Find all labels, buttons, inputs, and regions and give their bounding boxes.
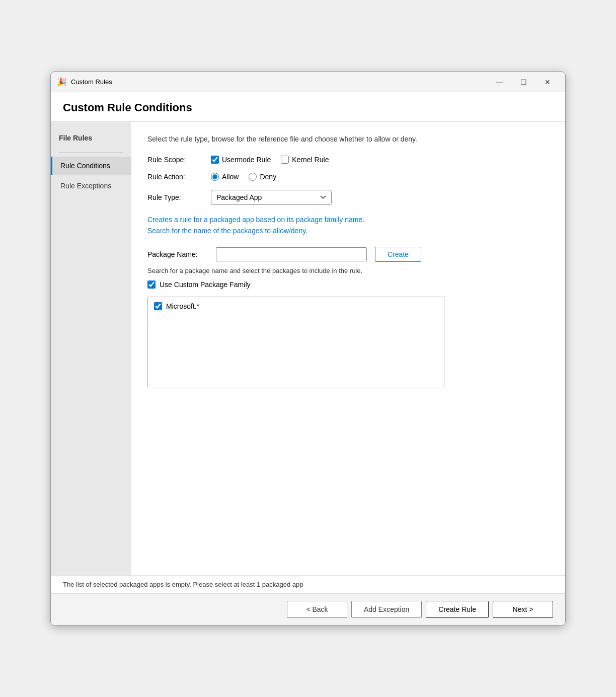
sidebar-divider <box>59 152 123 153</box>
info-text: Creates a rule for a packaged app based … <box>147 214 549 237</box>
rule-action-label: Rule Action: <box>147 173 203 181</box>
deny-label: Deny <box>260 173 276 181</box>
close-button[interactable]: ✕ <box>536 74 559 90</box>
microsoft-item-checkbox[interactable] <box>154 302 162 310</box>
list-item: Microsoft.* <box>152 301 440 311</box>
status-bar: The list of selected packaged apps is em… <box>51 575 565 593</box>
back-button[interactable]: < Back <box>287 601 347 618</box>
app-icon: 🎉 <box>57 77 67 87</box>
create-rule-button[interactable]: Create Rule <box>426 601 489 618</box>
rule-type-row: Rule Type: Publisher Path File Hash Pack… <box>147 190 549 205</box>
rule-scope-options: Usermode Rule Kernel Rule <box>211 156 329 164</box>
window-controls: — ☐ ✕ <box>488 74 559 90</box>
use-custom-checkbox[interactable] <box>147 281 156 289</box>
content-area: Select the rule type, browse for the ref… <box>131 122 565 575</box>
deny-radio[interactable] <box>249 173 257 181</box>
deny-option[interactable]: Deny <box>249 173 276 181</box>
title-bar: 🎉 Custom Rules — ☐ ✕ <box>51 72 565 92</box>
usermode-rule-label: Usermode Rule <box>222 156 271 164</box>
main-window: 🎉 Custom Rules — ☐ ✕ Custom Rule Conditi… <box>50 72 566 625</box>
package-name-label: Package Name: <box>147 250 208 258</box>
page-title: Custom Rule Conditions <box>63 101 553 114</box>
maximize-button[interactable]: ☐ <box>512 74 535 90</box>
package-name-row: Package Name: Create <box>147 247 549 262</box>
sidebar: File Rules Rule Conditions Rule Exceptio… <box>51 122 131 575</box>
minimize-button[interactable]: — <box>488 74 511 90</box>
kernel-rule-option[interactable]: Kernel Rule <box>281 156 329 164</box>
add-exception-button[interactable]: Add Exception <box>351 601 422 618</box>
rule-scope-label: Rule Scope: <box>147 156 203 164</box>
create-button[interactable]: Create <box>375 247 421 262</box>
allow-option[interactable]: Allow <box>211 173 239 181</box>
rule-action-options: Allow Deny <box>211 173 276 181</box>
package-name-input[interactable] <box>216 247 367 261</box>
rule-type-select[interactable]: Publisher Path File Hash Packaged App <box>211 190 332 205</box>
use-custom-row: Use Custom Package Family <box>147 281 549 289</box>
status-text: The list of selected packaged apps is em… <box>63 581 303 588</box>
rule-action-row: Rule Action: Allow Deny <box>147 173 549 181</box>
description-text: Select the rule type, browse for the ref… <box>147 134 549 145</box>
page-header: Custom Rule Conditions <box>51 92 565 122</box>
sidebar-section-file-rules: File Rules <box>51 130 131 148</box>
usermode-rule-option[interactable]: Usermode Rule <box>211 156 271 164</box>
search-hint-text: Search for a package name and select the… <box>147 267 549 274</box>
window-title: Custom Rules <box>71 78 488 86</box>
package-list-box: Microsoft.* <box>147 297 444 387</box>
main-layout: File Rules Rule Conditions Rule Exceptio… <box>51 122 565 575</box>
kernel-rule-checkbox[interactable] <box>281 156 289 164</box>
usermode-rule-checkbox[interactable] <box>211 156 219 164</box>
sidebar-item-rule-exceptions[interactable]: Rule Exceptions <box>51 177 131 195</box>
use-custom-label: Use Custom Package Family <box>160 281 251 289</box>
footer: < Back Add Exception Create Rule Next > <box>51 593 565 625</box>
next-button[interactable]: Next > <box>493 601 553 618</box>
rule-scope-row: Rule Scope: Usermode Rule Kernel Rule <box>147 156 549 164</box>
kernel-rule-label: Kernel Rule <box>292 156 329 164</box>
microsoft-item-label: Microsoft.* <box>166 302 199 310</box>
allow-label: Allow <box>222 173 239 181</box>
rule-type-label: Rule Type: <box>147 193 203 201</box>
sidebar-item-rule-conditions[interactable]: Rule Conditions <box>51 157 131 175</box>
allow-radio[interactable] <box>211 173 219 181</box>
